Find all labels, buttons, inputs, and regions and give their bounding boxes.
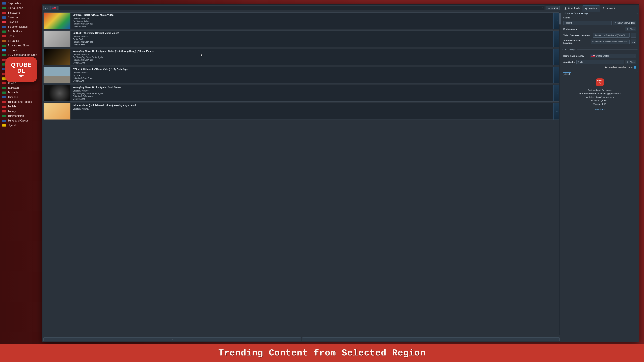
cursor-icon (200, 54, 203, 57)
flag-icon (2, 120, 6, 122)
video-item[interactable]: Jake Paul - 23 (Official Music Video) St… (44, 103, 560, 120)
browse-toolbar: ✕ Search (42, 4, 561, 11)
svg-point-3 (586, 9, 587, 9)
engine-cache-clear-button[interactable]: ✕ Clear (626, 27, 636, 31)
flag-icon (2, 87, 6, 89)
video-location-input[interactable]: /home/builld/Downloads/QTubeDl (593, 33, 630, 37)
flag-us-icon (591, 55, 595, 57)
video-subtitle: Duration: 00:02:46By: Tekashi 6ix9inePub… (73, 17, 551, 28)
country-item[interactable]: Sierra Leone (0, 6, 40, 10)
video-location-browse-button[interactable]: .... (631, 33, 636, 37)
flag-icon (2, 91, 6, 94)
app-name-line2: DL (17, 68, 25, 74)
country-label: Sri Lanka (8, 39, 19, 42)
panel-title: About (563, 72, 571, 76)
country-label: Slovenia (8, 21, 18, 24)
country-item[interactable]: St. Kitts and Nevis (0, 43, 40, 48)
flag-icon (2, 82, 6, 84)
video-item[interactable]: YoungBoy Never Broke Again - Soul Steale… (44, 85, 560, 102)
settings-pane: Downloads Settings Account Download Engi… (561, 4, 639, 342)
app-cache-clear-button[interactable]: ✕ Clear (626, 60, 636, 64)
flag-icon (2, 16, 6, 18)
flag-icon (2, 59, 6, 61)
results-scrollbar[interactable] (559, 12, 560, 335)
video-thumbnail (44, 67, 70, 83)
country-item[interactable]: Spain (0, 34, 40, 38)
about-logo: QTUBEDL (596, 78, 604, 86)
video-meta: YoungBoy Never Broke Again - Callin (fea… (70, 49, 554, 65)
country-item[interactable]: Slovenia (0, 20, 40, 24)
app-name-line1: QTUBE (11, 62, 32, 68)
prev-page-button[interactable] (44, 337, 301, 341)
country-item[interactable]: St. Lucia (0, 48, 40, 53)
video-results-list: 6IX9INE - TUTU (Official Music Video)Dur… (42, 11, 561, 336)
country-item[interactable]: Thailand (0, 95, 40, 99)
more-apps-link[interactable]: More Apps (594, 108, 605, 110)
country-label: Turks and Caicos (8, 119, 28, 122)
country-label: South Africa (8, 30, 22, 33)
country-item[interactable]: Solomon Islands (0, 24, 40, 29)
country-item[interactable]: Turkey (0, 109, 40, 114)
flag-icon (2, 63, 6, 65)
panel-title: Download Engine settings (563, 12, 589, 15)
video-title: 6IX9INE - TUTU (Official Music Video) (73, 13, 551, 16)
browse-pane: ✕ Search 6IX9INE - TUTU (Official Music … (42, 4, 561, 342)
video-thumbnail (44, 103, 70, 119)
video-thumbnail (44, 31, 70, 47)
search-button[interactable]: Search (546, 6, 560, 10)
tab-account[interactable]: Account (600, 6, 617, 11)
about-panel: About QTUBEDL Designed and Developed by … (562, 74, 638, 341)
country-item[interactable]: Seychelles (0, 1, 40, 6)
panel-title: App settings (563, 48, 577, 51)
audio-location-browse-button[interactable]: .... (631, 39, 636, 44)
main-window: ✕ Search 6IX9INE - TUTU (Official Music … (42, 4, 639, 342)
flag-us-icon (52, 7, 56, 9)
country-label: Tanzania (8, 91, 18, 94)
banner-text: Trending Content from Selected Region (0, 344, 644, 362)
country-label: Tajikistan (8, 86, 19, 89)
video-title: YoungBoy Never Broke Again - Callin (fea… (73, 50, 551, 52)
engine-status-field: Present (563, 21, 612, 25)
country-item[interactable]: Slovakia (0, 15, 40, 20)
tab-settings[interactable]: Settings (582, 5, 600, 11)
country-item[interactable]: Singapore (0, 10, 40, 15)
country-item[interactable]: Uganda (0, 123, 40, 128)
country-label: St. Vincent and the Gren (8, 53, 37, 56)
country-item[interactable]: Trinidad and Tobago (0, 99, 40, 104)
video-item[interactable]: 6IX9INE - TUTU (Official Music Video)Dur… (44, 12, 560, 29)
download-update-button[interactable]: Download/Update (613, 21, 636, 25)
video-item[interactable]: YoungBoy Never Broke Again - Callin (fea… (44, 49, 560, 65)
restore-last-search-checkbox[interactable] (634, 66, 636, 68)
country-item[interactable]: Tunisia (0, 104, 40, 109)
video-title: Jake Paul - 23 (Official Music Video) St… (73, 104, 551, 107)
status-label: Status (563, 16, 570, 19)
video-location-label: Video Download Location: (563, 34, 592, 36)
selected-region-flag[interactable] (50, 6, 58, 10)
home-button[interactable] (44, 6, 50, 10)
country-item[interactable]: Tanzania (0, 90, 40, 95)
video-meta: Lil Durk - The Voice (Official Music Vid… (70, 31, 554, 47)
country-item[interactable]: Turks and Caicos (0, 118, 40, 123)
country-item[interactable]: Turkmenistan (0, 114, 40, 118)
country-label: Tunisia (8, 105, 16, 108)
next-page-button[interactable] (302, 337, 560, 341)
audio-location-label: Audio Download Location: (563, 39, 590, 44)
flag-icon (2, 124, 6, 126)
cursor-icon (19, 54, 22, 57)
tab-downloads[interactable]: Downloads (562, 6, 582, 11)
country-item[interactable]: Sri Lanka (0, 38, 40, 43)
url-address-field[interactable]: ✕ (58, 5, 545, 10)
clear-url-icon[interactable]: ✕ (542, 6, 544, 9)
video-item[interactable]: SZA - Hit Different (Official Video) ft.… (44, 67, 560, 83)
video-item[interactable]: Lil Durk - The Voice (Official Music Vid… (44, 30, 560, 47)
home-country-dropdown[interactable]: United States (590, 54, 636, 58)
restore-last-search-label: Restore last searched term (604, 66, 632, 69)
video-meta: Jake Paul - 23 (Official Music Video) St… (70, 103, 554, 119)
country-label: Turkmenistan (8, 114, 24, 117)
video-subtitle: Duration: 00:03:02By: Lil DurkPublished … (73, 35, 551, 46)
audio-location-input[interactable]: /home/builld/Downloads/QTubeDl/Music (591, 39, 630, 44)
country-item[interactable]: Tajikistan (0, 85, 40, 90)
country-item[interactable]: South Africa (0, 29, 40, 34)
video-meta: SZA - Hit Different (Official Video) ft.… (70, 67, 554, 83)
app-cache-field: 2 MB (576, 60, 624, 64)
